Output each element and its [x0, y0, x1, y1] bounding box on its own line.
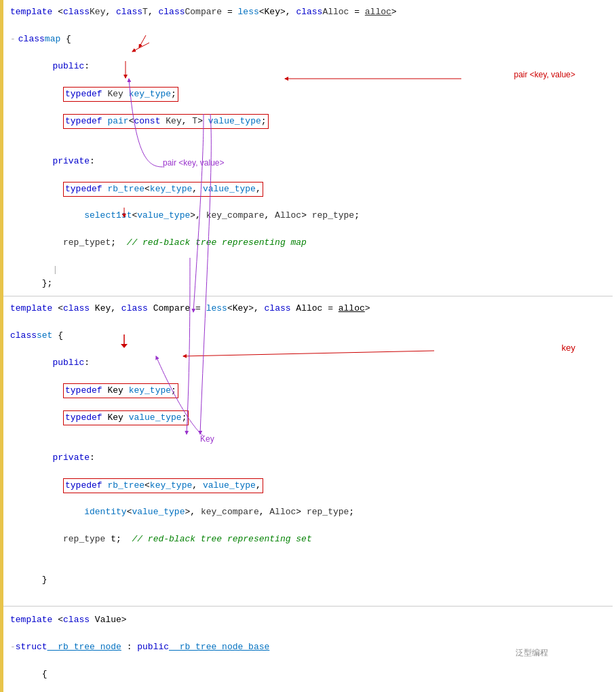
code-line: }: [3, 560, 616, 600]
code-line: typedef Key value_type;: [3, 410, 616, 438]
code-line: typedef Key key_type;: [3, 87, 616, 114]
rb-tree-node-section: template <class Value> -struct __rb_tree…: [0, 613, 616, 692]
code-line: typedef pair<const Key, T> value_type;: [3, 114, 616, 141]
annotation-pair-kv-bottom: pair <key, value>: [163, 158, 225, 168]
code-line: typedef rb_tree<key_type, value_type,: [3, 182, 616, 209]
down-arrow-set: [121, 334, 134, 351]
down-arrow-svg: [121, 334, 134, 348]
set-section: template <class Key, class Compare = les…: [0, 302, 616, 600]
code-line: };|: [3, 263, 616, 290]
code-area: template <class Key, class T, class Comp…: [0, 0, 616, 692]
empty-line: [3, 438, 616, 451]
divider-1: [3, 296, 613, 296]
code-line: select1st<value_type>, key_compare, Allo…: [3, 209, 616, 236]
code-line: typedef Key key_type;: [3, 383, 616, 410]
divider-2: [3, 606, 613, 607]
code-line: template <class Key, class T, class Comp…: [3, 5, 616, 33]
code-line: template <class Value>: [3, 613, 616, 640]
code-line: private:: [3, 155, 616, 182]
annotation-Key: Key: [200, 434, 214, 444]
code-line: identity<value_type>, key_compare, Alloc…: [3, 505, 616, 533]
code-line: rep_type t; // red-black tree representi…: [3, 236, 616, 263]
annotation-generic: 泛型编程: [516, 647, 548, 659]
code-line: public:: [3, 356, 616, 383]
empty-line: [3, 141, 616, 155]
code-line: class set {: [3, 329, 616, 356]
code-line: {: [3, 654, 616, 692]
code-line: private:: [3, 451, 616, 478]
code-line: template <class Key, class Compare = les…: [3, 302, 616, 329]
code-line: rep_type t; // red-black tree representi…: [3, 533, 616, 560]
map-section: template <class Key, class T, class Comp…: [0, 5, 616, 290]
code-line: -class map {: [3, 33, 616, 60]
annotation-key: key: [562, 343, 575, 353]
annotation-pair-kv-1: pair <key, value>: [514, 70, 576, 80]
svg-marker-3: [121, 344, 128, 348]
keyword-template: template: [10, 5, 52, 19]
code-line: typedef rb_tree<key_type, value_type,: [3, 478, 616, 505]
